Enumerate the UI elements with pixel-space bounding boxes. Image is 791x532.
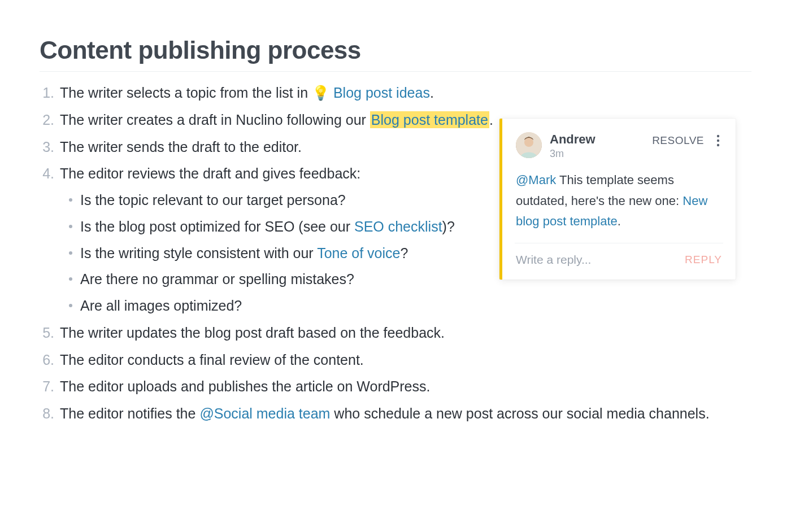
- list-item-text: The writer updates the blog post draft b…: [60, 325, 445, 341]
- list-item[interactable]: The editor uploads and publishes the art…: [56, 376, 751, 398]
- comment-card: Andrew 3m RESOLVE @Mark This template se…: [499, 119, 736, 280]
- comment-header: Andrew 3m RESOLVE: [516, 132, 722, 160]
- list-item-text: Is the blog post optimized for SEO (see …: [80, 219, 354, 234]
- list-item[interactable]: The writer selects a topic from the list…: [56, 82, 751, 104]
- comment-body: @Mark This template seems outdated, here…: [516, 170, 722, 232]
- link-blog-post-ideas[interactable]: Blog post ideas: [333, 85, 430, 101]
- list-item[interactable]: The editor conducts a final review of th…: [56, 349, 751, 371]
- comment-actions: RESOLVE: [651, 132, 722, 149]
- list-item-text: The editor uploads and publishes the art…: [60, 378, 430, 394]
- mention-mark[interactable]: @Mark: [516, 173, 556, 187]
- link-seo-checklist[interactable]: SEO checklist: [354, 219, 442, 234]
- list-item-text: Are all images optimized?: [80, 298, 242, 313]
- comment-text: .: [618, 214, 621, 228]
- link-blog-post-template[interactable]: Blog post template: [370, 111, 489, 128]
- list-item-text: The editor notifies the: [60, 405, 199, 421]
- list-item-text: Is the writing style consistent with our: [80, 245, 317, 261]
- list-item-text: Are there no grammar or spelling mistake…: [80, 271, 354, 287]
- comment-author: Andrew: [550, 132, 651, 147]
- list-item-text: The editor conducts a final review of th…: [60, 352, 364, 368]
- list-item-text: ?: [401, 245, 408, 261]
- list-item-text: .: [489, 112, 493, 128]
- lightbulb-icon: 💡: [312, 82, 329, 104]
- avatar[interactable]: [516, 132, 542, 158]
- avatar-icon: [516, 132, 542, 158]
- list-item-text: who schedule a new post across our socia…: [330, 405, 709, 421]
- svg-point-2: [717, 135, 719, 137]
- svg-point-3: [717, 139, 719, 142]
- list-item-text: The writer creates a draft in Nuclino fo…: [60, 112, 370, 128]
- svg-point-1: [524, 138, 533, 147]
- svg-point-4: [717, 144, 719, 146]
- reply-input[interactable]: [515, 252, 684, 267]
- mention-social-media-team[interactable]: @Social media team: [199, 405, 330, 421]
- resolve-button[interactable]: RESOLVE: [651, 132, 705, 149]
- list-item[interactable]: Are all images optimized?: [80, 295, 751, 317]
- link-tone-of-voice[interactable]: Tone of voice: [317, 245, 400, 261]
- more-vertical-icon: [716, 134, 720, 147]
- page-title: Content publishing process: [40, 36, 751, 72]
- list-item[interactable]: The writer updates the blog post draft b…: [56, 322, 751, 344]
- comment-reply-row: REPLY: [515, 243, 723, 276]
- list-item-text: The editor reviews the draft and gives f…: [60, 165, 360, 181]
- list-item-text: Is the topic relevant to our target pers…: [80, 192, 346, 208]
- reply-button[interactable]: REPLY: [684, 251, 723, 268]
- comment-meta: Andrew 3m: [550, 132, 651, 160]
- comment-time: 3m: [550, 148, 651, 160]
- list-item-text: The writer sends the draft to the editor…: [60, 139, 302, 155]
- list-item-text: .: [430, 85, 434, 101]
- list-item[interactable]: The editor notifies the @Social media te…: [56, 403, 751, 425]
- more-button[interactable]: [714, 132, 722, 149]
- list-item-text: )?: [442, 219, 455, 234]
- list-item-text: The writer selects a topic from the list…: [60, 85, 312, 101]
